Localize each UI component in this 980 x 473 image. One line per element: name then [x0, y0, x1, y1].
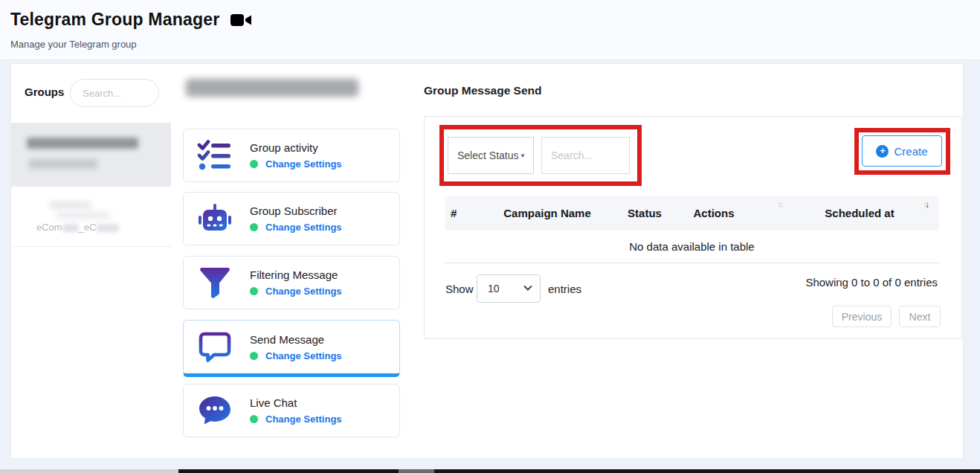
groups-sidebar: Groups eCom_eC — [10, 63, 172, 459]
app-header: Telegram Group Manager Manage your Teleg… — [0, 0, 980, 60]
column-header-campaign-name[interactable]: Campaign Name — [484, 207, 610, 219]
group-list-item[interactable]: eCom_eC — [11, 187, 171, 247]
status-select-value: Select Status — [457, 149, 519, 161]
column-header-actions[interactable]: Actions — [680, 207, 747, 219]
telegram-group-manager-app: Telegram Group Manager Manage your Teleg… — [0, 0, 980, 473]
page-subtitle: Manage your Telegram group — [10, 39, 137, 50]
chevron-down-icon — [523, 283, 532, 291]
group-partial-label: eCom_eC — [36, 222, 119, 233]
groups-sidebar-header: Groups — [11, 64, 171, 123]
status-dot-icon — [250, 415, 258, 423]
status-dot-icon — [250, 287, 258, 295]
task-list-icon — [196, 139, 233, 172]
redacted-group-username — [29, 159, 97, 169]
previous-button[interactable]: Previous — [832, 306, 892, 327]
page-size-value: 10 — [488, 283, 500, 295]
video-camera-icon — [231, 13, 253, 30]
group-message-send-panel: Group Message Send Select Status Create … — [411, 63, 964, 459]
status-dot-icon — [250, 223, 258, 231]
feature-title: Send Message — [250, 333, 342, 346]
page-size-select[interactable]: 10 — [477, 274, 541, 303]
entries-summary: Showing 0 to 0 of 0 entries — [805, 276, 938, 289]
group-partial-text-1: eCom — [36, 222, 62, 233]
caret-down-icon — [520, 152, 526, 159]
redacted-fragment — [97, 224, 119, 232]
feature-card-group-subscriber[interactable]: Group Subscriber Change Settings — [183, 192, 400, 245]
horizontal-scrollbar-gap[interactable] — [399, 469, 434, 473]
feature-title: Filtering Message — [250, 268, 342, 281]
column-header-scheduled-at[interactable]: Scheduled at — [804, 207, 915, 219]
change-settings-link[interactable]: Change Settings — [265, 350, 342, 361]
section-title: Group Message Send — [424, 84, 541, 97]
group-partial-text-2: _eC — [79, 222, 97, 233]
horizontal-scrollbar-thumb[interactable] — [434, 469, 980, 473]
campaign-search-input[interactable] — [541, 137, 630, 174]
page-title: Telegram Group Manager — [10, 10, 219, 30]
change-settings-link[interactable]: Change Settings — [265, 414, 342, 425]
speech-bubble-outline-icon — [196, 331, 233, 364]
speech-bubble-dots-icon — [196, 395, 233, 426]
create-button[interactable]: Create — [862, 135, 942, 167]
feature-title: Group activity — [250, 141, 342, 154]
redacted-group-name — [27, 138, 138, 149]
campaigns-card: Select Status Create # Campaign Name Sta… — [424, 116, 962, 339]
feature-title: Group Subscriber — [250, 205, 342, 217]
create-button-label: Create — [894, 145, 927, 158]
feature-card-filtering-message[interactable]: Filtering Message Change Settings — [183, 256, 400, 309]
column-header-status[interactable]: Status — [615, 207, 674, 219]
entries-label: entries — [548, 283, 581, 295]
feature-card-send-message[interactable]: Send Message Change Settings — [183, 320, 400, 377]
next-button[interactable]: Next — [899, 306, 941, 327]
plus-circle-icon — [876, 145, 889, 158]
change-settings-link[interactable]: Change Settings — [265, 222, 342, 233]
table-empty-message: No data available in table — [445, 231, 939, 263]
show-label: Show — [445, 283, 474, 295]
column-header-index[interactable]: # — [451, 207, 457, 219]
change-settings-link[interactable]: Change Settings — [265, 286, 342, 297]
feature-card-live-chat[interactable]: Live Chat Change Settings — [183, 384, 400, 437]
feature-title: Live Chat — [250, 396, 342, 409]
status-dot-icon — [250, 352, 258, 360]
groups-search-input[interactable] — [70, 79, 159, 107]
robot-icon — [196, 201, 233, 236]
horizontal-scrollbar-thumb[interactable] — [178, 469, 399, 473]
status-dot-icon — [250, 160, 258, 168]
sort-up-down-icon[interactable] — [777, 199, 781, 210]
status-select[interactable]: Select Status — [448, 137, 534, 174]
redacted-fragment — [62, 224, 79, 232]
horizontal-scrollbar-track[interactable] — [0, 469, 178, 473]
groups-title: Groups — [25, 86, 64, 98]
group-list-item-selected[interactable] — [11, 123, 171, 187]
sort-up-down-icon[interactable] — [923, 199, 927, 210]
redacted-group-name — [49, 201, 91, 209]
feature-card-group-activity[interactable]: Group activity Change Settings — [183, 129, 400, 182]
table-header-row: # Campaign Name Status Actions Scheduled… — [445, 196, 939, 231]
features-column: Group activity Change Settings — [171, 63, 412, 459]
redacted-group-name-2 — [57, 211, 110, 219]
funnel-icon — [196, 265, 233, 300]
redacted-selected-group-title — [186, 79, 358, 97]
change-settings-link[interactable]: Change Settings — [265, 158, 342, 170]
